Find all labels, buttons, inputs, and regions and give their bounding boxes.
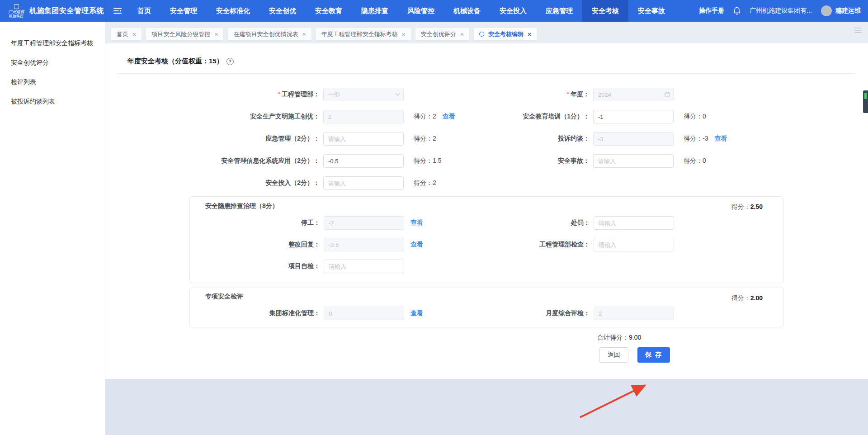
sidebar-item-excellence-score[interactable]: 安全创优评分 [0, 53, 105, 72]
nav-machinery[interactable]: 机械设备 [444, 0, 490, 22]
avatar [821, 5, 832, 16]
dept-select[interactable]: 一部 [323, 88, 404, 101]
close-icon[interactable]: × [132, 31, 136, 38]
punishment-input[interactable] [594, 216, 674, 230]
civilized-construction-input[interactable] [323, 110, 404, 123]
main-nav: 首页 安全管理 安全标准化 安全创优 安全教育 隐患排查 风险管控 机械设备 安… [128, 0, 675, 22]
form-row: 安全投入（2分）： 得分：2 [105, 174, 868, 192]
nav-emergency[interactable]: 应急管理 [536, 0, 582, 22]
safety-education-input[interactable] [593, 110, 674, 123]
collapse-menu-icon[interactable] [107, 0, 128, 22]
tab-excellence-score[interactable]: 安全创优评分 × [415, 28, 469, 40]
close-icon[interactable]: × [460, 31, 464, 38]
complaint-interview-input[interactable] [593, 132, 674, 146]
tab-annual-dept-assessment[interactable]: 年度工程管理部安全指标考核 × [316, 28, 411, 40]
sidebar: 年度工程管理部安全指标考核 安全创优评分 检评列表 被投诉约谈列表 [0, 22, 105, 435]
loading-icon [479, 32, 484, 37]
work-stoppage-input[interactable] [324, 216, 404, 230]
nav-safety-investment[interactable]: 安全投入 [490, 0, 536, 22]
tab-bar: 首页 × 项目安全风险分级管控 × 在建项目安全创优情况表 × 年度工程管理部安… [105, 22, 868, 43]
tab-assessment-edit[interactable]: 安全考核编辑 × [474, 28, 537, 40]
score-text: 得分：0 [684, 157, 706, 165]
back-button[interactable]: 返回 [599, 347, 628, 363]
chevron-down-icon [395, 93, 400, 96]
bell-icon[interactable] [733, 7, 741, 15]
nav-safety-assessment[interactable]: 安全考核 [582, 0, 628, 22]
score-text: 得分：2 [414, 179, 436, 187]
form-row: 停工： 查看 处罚： [190, 214, 783, 232]
close-icon[interactable]: × [302, 31, 306, 38]
dept-inspection-input[interactable] [594, 238, 674, 251]
tab-list-icon[interactable] [854, 27, 862, 35]
sidebar-item-complaint-list[interactable]: 被投诉约谈列表 [0, 92, 105, 111]
nav-risk-control[interactable]: 风险管控 [398, 0, 444, 22]
score-text: 得分：0 [684, 113, 706, 121]
save-button[interactable]: 保 存 [637, 347, 670, 363]
form-row: 安全生产文明施工创优： 得分：2 查看 安全教育培训（1分）： 得分：0 [105, 108, 868, 126]
score-text: 得分：-3 [684, 135, 708, 143]
top-header: 广州建筑 机施集团 机施集团安全管理系统 首页 安全管理 安全标准化 安全创优 … [0, 0, 868, 22]
nav-hidden-danger[interactable]: 隐患排查 [352, 0, 398, 22]
close-icon[interactable]: × [528, 31, 531, 38]
nav-safety-standardization[interactable]: 安全标准化 [207, 0, 259, 22]
group-standardization-input[interactable] [324, 307, 404, 320]
form-row: 安全管理信息化系统应用（2分）： 得分：1.5 安全事故： 得分：0 [105, 152, 868, 170]
main-area: 首页 × 项目安全风险分级管控 × 在建项目安全创优情况表 × 年度工程管理部安… [105, 22, 868, 435]
rectification-reply-input[interactable] [324, 238, 404, 251]
sidebar-item-review-list[interactable]: 检评列表 [0, 72, 105, 92]
monthly-review-input[interactable] [594, 307, 674, 320]
group-score: 得分：2.50 [731, 203, 763, 211]
form-row: 应急管理（2分）： 得分：2 投诉约谈： 得分：-3 查看 [105, 130, 868, 148]
nav-home[interactable]: 首页 [128, 0, 160, 22]
special-inspection-group: 专项安全检评 得分：2.00 集团标准化管理： 查看 月度综合评检： [189, 288, 784, 327]
app-logo: 广州建筑 机施集团 机施集团安全管理系统 [0, 0, 105, 22]
form-row: 集团标准化管理： 查看 月度综合评检： [190, 304, 783, 322]
group-score: 得分：2.00 [731, 294, 763, 303]
safety-accident-input[interactable] [593, 154, 674, 168]
safety-investment-input[interactable] [323, 176, 404, 190]
view-link[interactable]: 查看 [410, 309, 423, 317]
side-float-widget[interactable] [863, 90, 868, 113]
form-panel: 年度安全考核（分值权重：15） ? *工程管理部： 一部 [105, 43, 868, 379]
nav-safety-excellence[interactable]: 安全创优 [259, 0, 306, 22]
nav-safety-accident[interactable]: 安全事故 [628, 0, 675, 22]
calendar-icon [665, 92, 670, 97]
hidden-danger-group: 安全隐患排查治理（8分） 得分：2.50 停工： 查看 处罚： 整改回复 [189, 196, 784, 283]
view-link[interactable]: 查看 [714, 135, 727, 143]
user-menu[interactable]: 穗建运维 [821, 5, 861, 16]
page-title: 年度安全考核（分值权重：15） ? [105, 43, 868, 73]
company-logo-icon: 广州建筑 机施集团 [7, 4, 25, 18]
score-text: 得分：2 [414, 135, 436, 143]
view-link[interactable]: 查看 [443, 113, 455, 121]
nav-safety-management[interactable]: 安全管理 [160, 0, 207, 22]
view-link[interactable]: 查看 [410, 219, 423, 227]
form-row: *工程管理部： 一部 *年度： 2024 [105, 85, 868, 104]
form-row: 项目自检： [190, 257, 783, 275]
header-right: 操作手册 广州机施建设集团有... 穗建运维 [699, 0, 868, 22]
year-input[interactable]: 2024 [593, 88, 674, 101]
username: 穗建运维 [835, 7, 861, 15]
nav-safety-education[interactable]: 安全教育 [306, 0, 352, 22]
score-text: 得分：1.5 [414, 157, 441, 165]
close-icon[interactable]: × [402, 31, 406, 38]
help-icon[interactable]: ? [226, 58, 234, 65]
sidebar-item-annual-dept-assessment[interactable]: 年度工程管理部安全指标考核 [0, 33, 105, 53]
tab-home[interactable]: 首页 × [111, 28, 142, 40]
manual-link[interactable]: 操作手册 [699, 7, 724, 15]
company-dropdown[interactable]: 广州机施建设集团有... [750, 7, 812, 15]
form-row: 整改回复： 查看 工程管理部检查： [190, 236, 783, 254]
form-body: *工程管理部： 一部 *年度： 2024 [105, 74, 868, 363]
app-title: 机施集团安全管理系统 [29, 6, 104, 16]
project-self-check-input[interactable] [324, 260, 404, 273]
total-score: 合计得分：9.00 [597, 334, 868, 342]
close-icon[interactable]: × [214, 31, 218, 38]
view-link[interactable]: 查看 [410, 241, 423, 249]
score-text: 得分：2 [414, 113, 436, 121]
button-row: 返回 保 存 [599, 347, 868, 363]
tab-project-risk-control[interactable]: 项目安全风险分级管控 × [146, 28, 223, 40]
tab-excellence-status[interactable]: 在建项目安全创优情况表 × [228, 28, 311, 40]
emergency-management-input[interactable] [323, 132, 404, 146]
info-system-input[interactable] [323, 154, 404, 168]
